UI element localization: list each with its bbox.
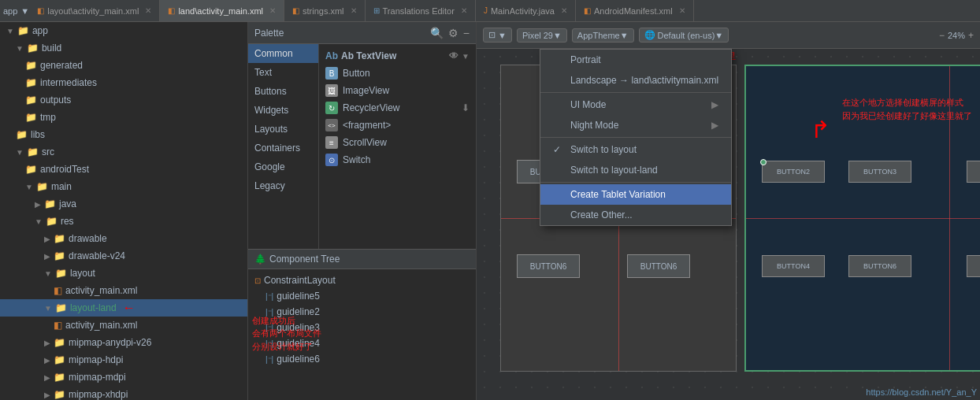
folder-icon: 📁 <box>46 216 58 227</box>
canvas-area[interactable]: BUTTON2 BUTTON4 BUTTON6 BUTTON6 Velcpme … <box>477 49 980 400</box>
dropdown-item-ui-mode[interactable]: UI Mode ▶ <box>540 94 731 115</box>
dropdown-item-night-mode[interactable]: Night Mode ▶ <box>540 115 731 135</box>
palette-item-button[interactable]: B Button <box>322 65 473 82</box>
dropdown-item-portrait[interactable]: Portrait <box>540 50 731 70</box>
palette-item-imageview[interactable]: 🖼 ImageView <box>322 82 473 99</box>
close-icon[interactable]: ✕ <box>679 6 685 15</box>
pixel-btn[interactable]: Pixel 29▼ <box>517 28 567 43</box>
close-icon[interactable]: ✕ <box>145 6 151 15</box>
tree-item-main[interactable]: ▼ 📁 main <box>0 178 247 195</box>
comp-item-guideline5[interactable]: |⁻| guideline5 <box>248 288 476 304</box>
tree-item-app[interactable]: ▼ 📁 app <box>0 22 247 39</box>
app-menu[interactable]: app ▼ <box>3 6 29 16</box>
tree-item-res[interactable]: ▼ 📁 res <box>0 213 247 230</box>
zoom-in-btn[interactable]: + <box>968 30 974 41</box>
comp-label: guideline3 <box>277 322 320 333</box>
palette-cat-common[interactable]: Common <box>248 44 318 63</box>
tree-item-src[interactable]: ▼ 📁 src <box>0 143 247 161</box>
palette-cat-text[interactable]: Text <box>248 63 318 82</box>
tree-item-intermediates[interactable]: 📁 intermediates <box>0 74 247 91</box>
expand-arrow: ▼ <box>44 304 52 313</box>
search-icon[interactable]: 🔍 <box>430 27 444 39</box>
comp-item-guideline2[interactable]: |⁻| guideline2 <box>248 304 476 320</box>
tree-item-layout-land[interactable]: ▼ 📁 layout-land ← <box>0 299 247 317</box>
tree-label: layout <box>70 268 95 279</box>
tree-item-mipmap-anydpi[interactable]: ▶ 📁 mipmap-anydpi-v26 <box>0 334 247 351</box>
cat-label: Buttons <box>254 86 287 97</box>
dropdown-menu[interactable]: Portrait Landscape → land\activitymain.x… <box>540 49 732 226</box>
tree-item-activity-main-xml-land[interactable]: ◧ activity_main.xml <box>0 317 247 334</box>
tree-label: src <box>42 146 54 157</box>
close-icon[interactable]: ✕ <box>461 6 467 15</box>
tab-layout-main[interactable]: ◧ layout\activity_main.xml ✕ <box>29 0 160 21</box>
pixel-label: Pixel <box>522 31 541 40</box>
tab-strings[interactable]: ◧ strings.xml ✕ <box>284 0 366 21</box>
dropdown-item-landscape[interactable]: Landscape → land\activitymain.xml <box>540 70 731 91</box>
orientation-icon: ⊡ <box>488 30 496 40</box>
tree-item-mipmap-mdpi[interactable]: ▶ 📁 mipmap-mdpi <box>0 369 247 386</box>
tree-item-build[interactable]: ▼ 📁 build <box>0 39 247 57</box>
tree-item-drawable[interactable]: ▶ 📁 drawable <box>0 230 247 247</box>
tree-label: mipmap-mdpi <box>69 372 126 383</box>
more-icon[interactable]: − <box>463 27 470 39</box>
comp-item-guideline6[interactable]: |⁻| guideline6 <box>248 351 476 367</box>
comp-item-constraintlayout[interactable]: ⊡ ConstraintLayout <box>248 272 476 288</box>
palette-cat-google[interactable]: Google <box>248 157 318 176</box>
expand-arrow: ▶ <box>44 252 50 261</box>
dropdown-item-create-tablet[interactable]: Create Tablet Variation <box>540 184 731 205</box>
zoom-out-btn[interactable]: − <box>939 30 945 41</box>
tab-main-activity[interactable]: J MainActivity.java ✕ <box>476 0 576 21</box>
item-label: ImageView <box>343 85 389 96</box>
tree-item-tmp[interactable]: 📁 tmp <box>0 109 247 126</box>
comp-item-guideline4[interactable]: |⁻| guideline4 <box>248 335 476 351</box>
tree-item-generated[interactable]: 📁 generated <box>0 57 247 74</box>
close-icon[interactable]: ✕ <box>561 6 567 15</box>
palette-item-scrollview[interactable]: ≡ ScrollView <box>322 134 473 151</box>
tree-item-outputs[interactable]: 📁 outputs <box>0 91 247 109</box>
tree-item-layout[interactable]: ▼ 📁 layout <box>0 265 247 282</box>
tree-item-java[interactable]: ▶ 📁 java <box>0 195 247 213</box>
tree-item-androidtest[interactable]: 📁 androidTest <box>0 161 247 178</box>
comp-label: guideline2 <box>277 306 320 317</box>
tree-item-libs[interactable]: 📁 libs <box>0 126 247 143</box>
palette-cat-legacy[interactable]: Legacy <box>248 176 318 195</box>
locale-btn[interactable]: 🌐 Default (en-us)▼ <box>639 28 729 43</box>
tree-item-activity-main-xml[interactable]: ◧ activity_main.xml <box>0 282 247 299</box>
component-tree-body[interactable]: ⊡ ConstraintLayout |⁻| guideline5 |⁻| gu… <box>248 269 476 400</box>
eye-icon[interactable]: 👁 <box>449 50 458 61</box>
tab-manifest[interactable]: ◧ AndroidManifest.xml ✕ <box>576 0 694 21</box>
tree-item-mipmap-hdpi[interactable]: ▶ 📁 mipmap-hdpi <box>0 351 247 369</box>
tab-land-main[interactable]: ◧ land\activity_main.xml ✕ <box>160 0 284 21</box>
settings-icon[interactable]: ⚙ <box>448 27 458 39</box>
dropdown-divider <box>540 92 731 93</box>
palette-item-fragment[interactable]: <> <fragment> <box>322 117 473 134</box>
main-content: ▼ 📁 app ▼ 📁 build 📁 generated 📁 intermed… <box>0 22 980 400</box>
palette-cat-widgets[interactable]: Widgets <box>248 101 318 120</box>
project-tree[interactable]: ▼ 📁 app ▼ 📁 build 📁 generated 📁 intermed… <box>0 22 248 400</box>
orientation-btn[interactable]: ⊡ ▼ <box>483 28 512 43</box>
theme-btn[interactable]: AppTheme▼ <box>572 28 634 43</box>
tree-item-drawable-v24[interactable]: ▶ 📁 drawable-v24 <box>0 247 247 265</box>
close-icon[interactable]: ✕ <box>269 6 276 15</box>
submenu-arrow: ▶ <box>711 120 718 131</box>
palette-item-recyclerview[interactable]: ↻ RecyclerView ⬇ <box>322 99 473 117</box>
folder-icon: 📁 <box>54 250 65 261</box>
button-icon: B <box>325 67 338 80</box>
dropdown-item-switch-layout[interactable]: ✓ Switch to layout <box>540 139 731 160</box>
palette-cat-buttons[interactable]: Buttons <box>248 82 318 101</box>
app-arrow: ▼ <box>20 6 29 16</box>
dropdown-btn[interactable]: ▼ <box>462 52 470 61</box>
close-icon[interactable]: ✕ <box>351 6 357 15</box>
comp-item-guideline3[interactable]: |⁻| guideline3 <box>248 320 476 335</box>
tree-item-mipmap-xhdpi[interactable]: ▶ 📁 mipmap-xhdpi <box>0 386 247 400</box>
folder-icon: 📁 <box>25 164 37 175</box>
palette-item-switch[interactable]: ⊙ Switch <box>322 151 473 169</box>
palette-cat-containers[interactable]: Containers <box>248 139 318 157</box>
expand-arrow: ▶ <box>44 356 50 365</box>
palette-cat-layouts[interactable]: Layouts <box>248 120 318 139</box>
dropdown-item-switch-layout-land[interactable]: Switch to layout-land <box>540 160 731 180</box>
comp-label: ConstraintLayout <box>264 275 336 286</box>
dropdown-item-create-other[interactable]: Create Other... <box>540 205 731 225</box>
tab-translations[interactable]: ⊞ Translations Editor ✕ <box>366 0 476 21</box>
tab-label: strings.xml <box>303 6 344 16</box>
